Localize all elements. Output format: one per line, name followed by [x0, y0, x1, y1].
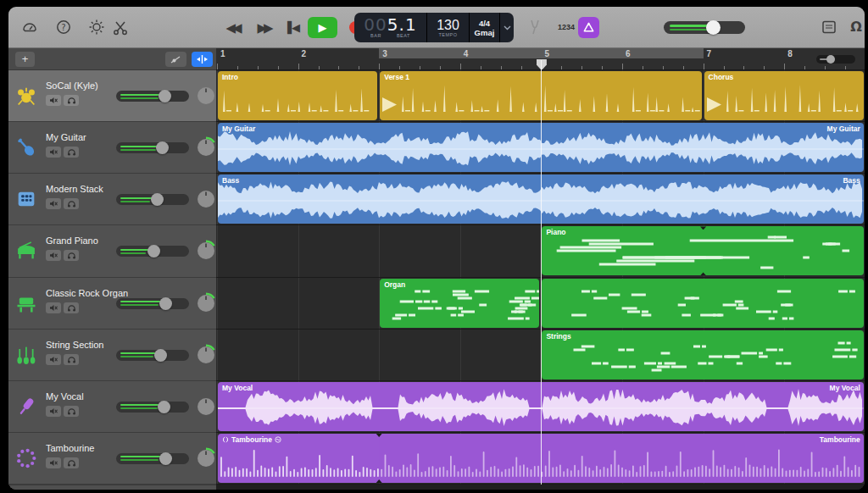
lcd-chevron-icon[interactable] [500, 13, 514, 42]
pan-knob[interactable] [195, 240, 217, 262]
playhead-line[interactable] [541, 60, 542, 485]
track-volume-knob[interactable] [147, 245, 160, 258]
mute-button[interactable] [46, 354, 61, 365]
scissors-icon[interactable] [112, 19, 129, 36]
region-waveform [542, 330, 863, 379]
master-volume-level2 [670, 29, 708, 31]
solo-button[interactable] [64, 198, 79, 209]
track-volume-knob[interactable] [156, 141, 169, 154]
region[interactable] [542, 279, 863, 328]
volume-level-line2 [120, 201, 150, 202]
ruler-tick [804, 66, 805, 69]
solo-button[interactable] [64, 250, 79, 261]
track-header-my-guitar[interactable]: My Guitar [8, 122, 216, 174]
catch-playhead-button[interactable] [192, 52, 213, 67]
region-name-right: Bass [843, 176, 860, 185]
mute-button[interactable] [46, 198, 61, 209]
region-name: Bass [222, 176, 239, 185]
mute-button[interactable] [46, 250, 61, 261]
track-volume-knob[interactable] [159, 452, 172, 465]
display-brightness-icon[interactable] [88, 19, 105, 36]
track-volume-slider[interactable] [116, 402, 189, 413]
mute-button[interactable] [46, 457, 61, 468]
region-waveform [542, 226, 863, 275]
ruler-bar-number: 4 [464, 49, 469, 58]
mute-button[interactable] [46, 406, 61, 417]
add-track-button[interactable]: + [15, 52, 35, 67]
track-name: My Vocal [46, 391, 84, 402]
ruler-tick [764, 66, 765, 69]
track-volume-knob[interactable] [159, 90, 171, 102]
zoom-slider-knob[interactable] [826, 55, 835, 64]
track-header-socal-kyle[interactable]: SoCal (Kyle) [8, 70, 216, 122]
region[interactable]: Intro [218, 71, 377, 120]
region[interactable]: Organ [380, 279, 539, 328]
region-name: Organ [384, 280, 405, 289]
amp-icon [14, 187, 38, 211]
solo-button[interactable] [64, 457, 79, 468]
pan-knob[interactable] [195, 188, 217, 210]
ruler-tick [724, 66, 725, 69]
rewind-button[interactable]: ◀◀ [220, 20, 244, 36]
horizontal-zoom-slider[interactable] [816, 55, 855, 64]
track-volume-slider[interactable] [116, 246, 189, 257]
track-volume-slider[interactable] [116, 142, 189, 153]
pan-knob[interactable] [195, 292, 217, 314]
mute-button[interactable] [46, 302, 61, 313]
track-volume-slider[interactable] [116, 194, 189, 205]
mute-button[interactable] [46, 147, 61, 158]
automation-button[interactable] [165, 52, 186, 67]
track-volume-knob[interactable] [154, 349, 167, 362]
ruler-tick [663, 66, 664, 69]
solo-button[interactable] [64, 406, 79, 417]
track-header-classic-rock-organ[interactable]: Classic Rock Organ [8, 278, 216, 330]
lcd-bar-leading-zeros: 00 [364, 14, 387, 35]
cycle-region[interactable] [379, 48, 703, 58]
region-waveform [542, 279, 863, 328]
tuner-icon[interactable] [527, 19, 542, 36]
notepad-icon[interactable] [821, 19, 837, 36]
toolbar: ? ◀◀ ▶▶ ▐◀ ▶ 005.1 BARBEAT 130 TEMPO [8, 7, 865, 48]
solo-button[interactable] [64, 302, 79, 313]
region-name: Verse 1 [384, 73, 409, 81]
master-volume-knob[interactable] [706, 20, 721, 35]
track-header-my-vocal[interactable]: My Vocal [8, 381, 216, 433]
mute-button[interactable] [46, 95, 61, 106]
solo-button[interactable] [64, 354, 79, 365]
track-volume-knob[interactable] [159, 297, 172, 310]
track-volume-knob[interactable] [151, 193, 164, 206]
count-in-button[interactable]: 1234 [558, 23, 575, 31]
track-volume-slider[interactable] [116, 298, 189, 309]
ruler-tick [561, 66, 562, 69]
pan-knob[interactable] [195, 136, 217, 158]
region[interactable]: Chorus [704, 71, 864, 120]
track-volume-slider[interactable] [116, 453, 189, 464]
pan-knob[interactable] [195, 85, 217, 107]
region[interactable]: Strings [542, 330, 863, 379]
solo-button[interactable] [64, 147, 79, 158]
track-buttons [46, 198, 79, 209]
track-header-string-section[interactable]: String Section [8, 330, 216, 381]
go-to-beginning-button[interactable]: ▐◀ [283, 21, 300, 34]
quick-help-icon[interactable]: Ω [848, 19, 865, 36]
track-header-modern-stack[interactable]: Modern Stack [8, 174, 216, 225]
ruler-tick [359, 66, 359, 69]
region[interactable]: Piano [542, 226, 863, 275]
pan-knob[interactable] [195, 447, 217, 469]
gauge-icon[interactable] [21, 19, 38, 36]
track-header-grand-piano[interactable]: Grand Piano [8, 225, 216, 277]
track-volume-slider[interactable] [116, 91, 189, 102]
pan-knob[interactable] [195, 344, 217, 366]
pan-knob[interactable] [195, 396, 217, 418]
track-volume-knob[interactable] [158, 401, 170, 413]
fast-forward-button[interactable]: ▶▶ [252, 20, 275, 36]
track-header-tambourine[interactable]: Tambourine [8, 433, 216, 485]
track-volume-slider[interactable] [116, 350, 189, 361]
ruler-bar-number: 1 [220, 49, 225, 58]
loop-browser-button[interactable] [578, 17, 599, 38]
help-icon[interactable]: ? [55, 19, 72, 36]
master-volume-slider[interactable] [664, 21, 745, 34]
play-button[interactable]: ▶ [308, 17, 337, 38]
lcd-display[interactable]: 005.1 BARBEAT 130 TEMPO 4/4 Gmaj [354, 13, 514, 42]
solo-button[interactable] [64, 95, 79, 106]
